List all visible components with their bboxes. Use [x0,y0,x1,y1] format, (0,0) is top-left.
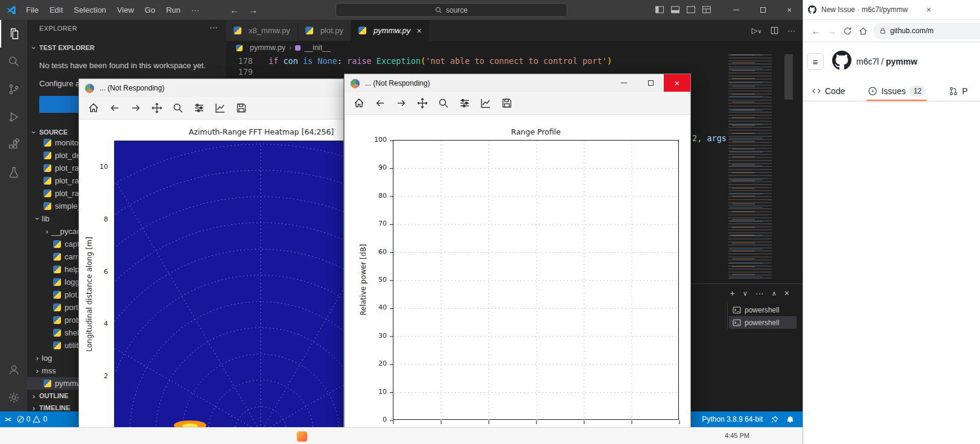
tab-x8-mmw[interactable]: x8_mmw.py [226,20,298,41]
test-explorer-icon[interactable] [0,159,27,186]
method-symbol-icon [295,45,301,51]
tab-close-icon[interactable]: × [926,5,931,14]
address-bar[interactable]: github.com/m [873,23,980,39]
window-close-icon[interactable]: × [664,74,690,92]
new-terminal-icon[interactable]: + [730,288,735,298]
section-outline[interactable]: › OUTLINE [30,390,68,402]
toggle-sidebar-icon[interactable] [655,5,664,14]
browser-home-icon[interactable] [855,23,871,39]
terminal-tab[interactable]: powershell [729,303,797,316]
tab-plot[interactable]: plot.py [298,20,351,41]
command-center-search[interactable]: source [336,3,567,17]
axes-edit-icon[interactable] [214,102,226,114]
tab-pull-requests[interactable]: P [945,81,971,101]
menu-go[interactable]: Go [139,0,161,20]
heatmap-plot[interactable] [114,141,344,429]
editor-scrollbar[interactable] [784,54,793,100]
split-editor-icon[interactable] [770,26,779,35]
tab-issues[interactable]: Issues 12 [864,81,929,101]
browser-back-icon[interactable]: ← [808,23,824,39]
browser-forward-icon[interactable]: → [824,23,839,39]
window-minimize-icon[interactable] [611,74,637,92]
forward-icon[interactable] [130,102,142,114]
minimap[interactable] [726,54,780,279]
toggle-panel-icon[interactable] [670,5,680,14]
menu-file[interactable]: File [21,0,44,20]
account-icon[interactable] [0,356,27,384]
subplots-config-icon[interactable] [459,97,471,109]
save-icon[interactable] [501,97,513,109]
section-test-explorer[interactable]: › TEST EXPLORER [30,42,95,54]
figure-window-heatmap: ... (Not Responding) Azimuth-Range FFT H… [78,78,344,429]
window-maximize-icon[interactable] [637,74,664,92]
run-debug-icon[interactable] [0,103,27,131]
run-python-file-icon[interactable]: ▷∨ [751,26,762,35]
breadcrumb[interactable]: pymmw.py › __init__ [226,41,803,54]
python-file-icon [234,27,241,34]
menu-view[interactable]: View [112,0,139,20]
python-file-icon [53,240,61,248]
range-profile-plot[interactable] [393,140,679,420]
pan-icon[interactable] [151,102,163,114]
menu-more[interactable]: ··· [186,0,205,20]
close-icon[interactable]: × [416,26,421,36]
explorer-icon[interactable] [0,20,27,48]
home-icon[interactable] [88,102,100,114]
tab-code[interactable]: Code [808,81,848,101]
home-icon[interactable] [353,97,365,109]
back-icon[interactable] [109,102,121,114]
pan-icon[interactable] [416,97,428,109]
tab-pymmw[interactable]: pymmw.py× [351,20,430,41]
taskbar-app-icon[interactable] [297,431,307,442]
sidebar-more-icon[interactable]: ··· [209,22,218,32]
terminal-tab-selected[interactable]: powershell [729,316,797,329]
window-minimize-icon[interactable] [723,0,749,20]
panel-close-icon[interactable]: × [784,288,789,298]
terminal-dropdown-icon[interactable]: ∨ [743,290,748,297]
y-tick-label: 80 [363,192,387,200]
browser-refresh-icon[interactable] [839,23,855,39]
browser-tab[interactable]: New Issue · m6c7l/pymmw [821,5,918,14]
window-close-icon[interactable]: × [776,0,803,20]
menu-edit[interactable]: Edit [44,0,68,20]
section-timeline[interactable]: › TIMELINE [30,402,70,411]
back-icon[interactable] [374,97,386,109]
menu-selection[interactable]: Selection [68,0,111,20]
forward-icon[interactable] [395,97,407,109]
menu-run[interactable]: Run [161,0,186,20]
panel-maximize-icon[interactable]: ∧ [772,290,777,297]
history-back-icon[interactable]: ← [230,5,239,15]
search-icon[interactable] [0,48,27,75]
save-icon[interactable] [235,102,247,114]
window-maximize-icon[interactable] [749,0,776,20]
chevron-down-icon: › [30,128,39,136]
panel-more-icon[interactable]: ··· [756,288,764,298]
hamburger-menu-icon[interactable]: ≡ [807,53,824,70]
toggle-secondary-sidebar-icon[interactable] [686,5,696,14]
code-line-178[interactable]: 178if con is None: raise Exception('not … [234,56,612,66]
zoom-icon[interactable] [438,97,450,109]
figure2-titlebar[interactable]: ... (Not Responding) × [345,74,690,92]
repo-owner-link[interactable]: m6c7l [856,57,879,66]
github-logo-icon[interactable] [832,51,851,70]
bell-icon[interactable] [786,416,794,423]
error-icon [17,416,24,423]
history-forward-icon[interactable]: → [249,5,258,15]
source-control-icon[interactable] [0,75,27,103]
customize-layout-icon[interactable] [702,5,711,14]
subplots-config-icon[interactable] [193,102,205,114]
editor-more-icon[interactable]: ··· [788,26,795,35]
zoom-icon[interactable] [172,102,184,114]
repo-name-link[interactable]: pymmw [886,57,917,66]
extensions-icon[interactable] [0,131,27,159]
axes-edit-icon[interactable] [480,97,492,109]
code-line-179[interactable]: 179 [234,66,269,77]
settings-gear-icon[interactable] [0,384,27,411]
python-interpreter-status[interactable]: Python 3.8.9 64-bit [702,415,763,423]
problems-status[interactable]: 0 0 [17,415,47,423]
repo-breadcrumb: m6c7l / pymmw [856,57,917,66]
pin-icon[interactable] [771,416,778,423]
remote-indicator-icon[interactable]: >< [5,416,11,423]
editor-tabbar: x8_mmw.py plot.py pymmw.py× ▷∨ ··· [226,20,803,41]
figure1-titlebar[interactable]: ... (Not Responding) [79,79,343,97]
